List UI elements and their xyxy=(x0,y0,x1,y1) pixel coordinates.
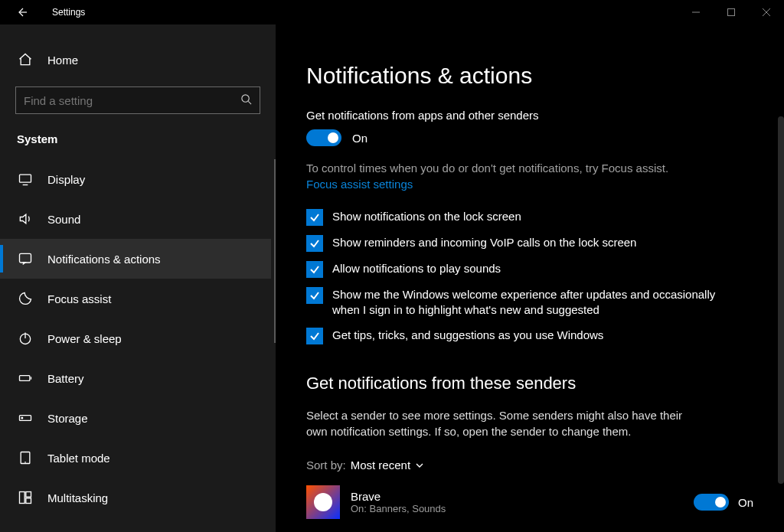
search-input[interactable] xyxy=(24,94,240,107)
main-toggle-label: Get notifications from apps and other se… xyxy=(306,109,753,122)
check-label: Allow notifications to play sounds xyxy=(332,261,501,276)
nav-item-display[interactable]: Display xyxy=(0,159,271,199)
home-button[interactable]: Home xyxy=(0,44,276,76)
check-play-sounds[interactable]: Allow notifications to play sounds xyxy=(306,261,720,278)
minimize-icon xyxy=(692,8,700,16)
chevron-down-icon xyxy=(415,461,424,470)
back-button[interactable] xyxy=(6,0,37,24)
check-welcome-experience[interactable]: Show me the Windows welcome experience a… xyxy=(306,287,720,318)
svg-rect-10 xyxy=(26,492,31,498)
sender-toggle-state: On xyxy=(738,496,753,509)
main-toggle-row: On xyxy=(306,129,753,146)
power-icon xyxy=(17,330,34,347)
nav-item-focus-assist[interactable]: Focus assist xyxy=(0,279,271,318)
arrow-left-icon xyxy=(15,6,28,18)
svg-rect-3 xyxy=(20,253,31,263)
search-icon xyxy=(240,93,252,108)
content-area: Notifications & actions Get notification… xyxy=(276,24,784,532)
sender-name: Brave xyxy=(351,490,683,503)
content-scrollbar[interactable] xyxy=(778,116,784,484)
nav-item-label: Power & sleep xyxy=(47,332,122,345)
nav-item-multitasking[interactable]: Multitasking xyxy=(0,478,271,517)
svg-point-7 xyxy=(21,417,23,419)
checkbox-checked-icon xyxy=(306,328,323,344)
nav-item-storage[interactable]: Storage xyxy=(0,398,271,438)
svg-rect-9 xyxy=(20,492,25,504)
main-toggle-state: On xyxy=(352,132,368,145)
nav-item-power-sleep[interactable]: Power & sleep xyxy=(0,318,271,358)
sort-by-dropdown[interactable]: Sort by: Most recent xyxy=(306,459,753,472)
checkbox-checked-icon xyxy=(306,235,323,252)
nav-item-label: Notifications & actions xyxy=(47,253,161,266)
maximize-button[interactable] xyxy=(714,0,749,24)
focus-assist-icon xyxy=(17,290,34,307)
sender-subtext: On: Banners, Sounds xyxy=(351,503,683,514)
nav-item-label: Focus assist xyxy=(47,292,111,305)
nav-item-label: Multitasking xyxy=(47,491,108,504)
nav-item-label: Display xyxy=(47,173,85,186)
brave-app-icon xyxy=(306,485,340,519)
svg-point-1 xyxy=(242,94,249,101)
check-label: Show notifications on the lock screen xyxy=(332,209,521,224)
sort-value: Most recent xyxy=(351,459,424,472)
window-title: Settings xyxy=(37,7,85,18)
home-label: Home xyxy=(47,54,78,67)
nav-item-tablet-mode[interactable]: Tablet mode xyxy=(0,438,271,478)
sender-toggle[interactable] xyxy=(694,494,729,511)
minimize-button[interactable] xyxy=(678,0,714,24)
checkbox-checked-icon xyxy=(306,261,323,278)
notifications-icon xyxy=(17,250,34,267)
focus-assist-link[interactable]: Focus assist settings xyxy=(306,178,753,191)
window-controls xyxy=(678,0,784,24)
check-tips-tricks[interactable]: Get tips, tricks, and suggestions as you… xyxy=(306,328,720,344)
nav-item-label: Storage xyxy=(47,412,88,425)
check-label: Show me the Windows welcome experience a… xyxy=(332,287,720,318)
sender-toggle-group: On xyxy=(694,494,753,511)
multitasking-icon xyxy=(17,489,34,506)
svg-rect-0 xyxy=(728,9,735,16)
checkbox-checked-icon xyxy=(306,209,323,226)
page-title: Notifications & actions xyxy=(306,63,753,89)
focus-assist-hint: To control times when you do or don't ge… xyxy=(306,160,753,176)
nav-item-notifications[interactable]: Notifications & actions xyxy=(0,239,271,279)
main-toggle[interactable] xyxy=(306,129,341,146)
nav-item-sound[interactable]: Sound xyxy=(0,199,271,239)
title-bar: Settings xyxy=(0,0,784,24)
nav-list: Display Sound Notifications & actions xyxy=(0,159,271,517)
close-icon xyxy=(763,8,770,16)
tablet-icon xyxy=(17,449,34,466)
sort-label: Sort by: xyxy=(306,459,346,472)
nav-item-label: Tablet mode xyxy=(47,452,110,465)
sound-icon xyxy=(17,211,34,227)
svg-rect-5 xyxy=(20,376,30,381)
section-label: System xyxy=(0,114,276,159)
checkbox-checked-icon xyxy=(306,287,323,304)
maximize-icon xyxy=(727,8,735,16)
close-button[interactable] xyxy=(749,0,784,24)
nav-item-battery[interactable]: Battery xyxy=(0,358,271,398)
check-reminders-voip[interactable]: Show reminders and incoming VoIP calls o… xyxy=(306,235,720,252)
display-icon xyxy=(17,171,34,188)
home-icon xyxy=(17,51,34,68)
battery-icon xyxy=(17,370,34,387)
sidebar: Home System Display xyxy=(0,24,276,532)
sender-info: Brave On: Banners, Sounds xyxy=(351,490,683,514)
svg-rect-2 xyxy=(20,175,31,182)
nav-item-label: Sound xyxy=(47,213,80,226)
nav-item-label: Battery xyxy=(47,372,84,385)
senders-heading: Get notifications from these senders xyxy=(306,374,753,393)
svg-rect-11 xyxy=(26,498,31,504)
storage-icon xyxy=(17,410,34,426)
check-list: Show notifications on the lock screen Sh… xyxy=(306,209,720,344)
check-label: Get tips, tricks, and suggestions as you… xyxy=(332,328,603,343)
sender-row-brave[interactable]: Brave On: Banners, Sounds On xyxy=(306,485,753,519)
check-label: Show reminders and incoming VoIP calls o… xyxy=(332,235,636,250)
check-lock-screen[interactable]: Show notifications on the lock screen xyxy=(306,209,720,226)
senders-description: Select a sender to see more settings. So… xyxy=(306,407,704,441)
search-input-wrap[interactable] xyxy=(15,86,260,114)
